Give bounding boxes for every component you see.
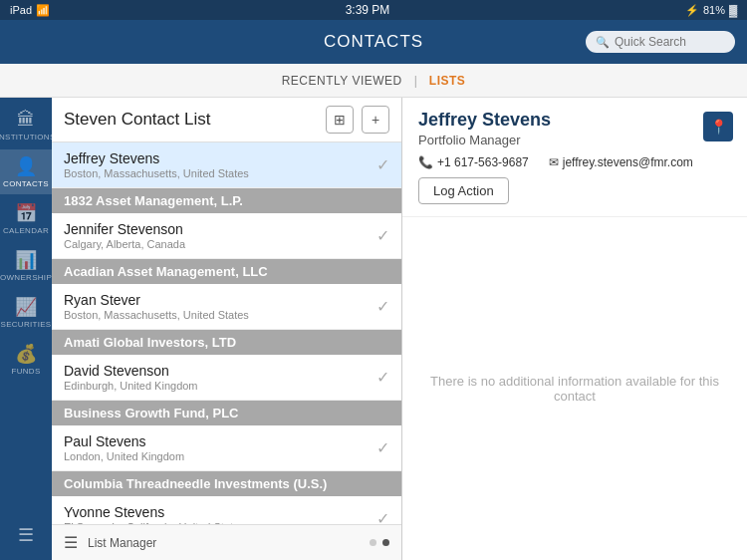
sub-header: RECENTLY VIEWED | LISTS [0,64,747,98]
contact-location: Boston, Massachusetts, United States [64,167,376,179]
check-icon: ✓ [376,509,389,524]
list-add-button[interactable]: + [362,106,389,134]
status-left: iPad 📶 [10,4,50,17]
contact-info: Ryan Stever Boston, Massachusetts, Unite… [64,292,376,321]
contact-item-paul-stevens[interactable]: Paul Stevens London, United Kingdom ✓ [52,425,401,471]
battery-label: 81% [703,4,725,16]
status-right: ⚡ 81% ▓ [685,4,737,17]
bluetooth-icon: ⚡ [685,4,699,17]
contact-location: Calgary, Alberta, Canada [64,238,376,250]
phone-number: +1 617-563-9687 [437,155,529,169]
check-icon: ✓ [376,368,389,387]
funds-icon: 💰 [15,343,37,365]
check-icon: ✓ [376,438,389,457]
contact-location: London, United Kingdom [64,450,376,462]
institutions-label: INSTITUTIONS [0,133,56,141]
contact-info: Yvonne Stevens El Segundo, California, U… [64,504,376,524]
sidebar-item-ownership[interactable]: 📊 OWNERSHIP [0,243,52,288]
check-icon: ✓ [376,155,389,174]
log-action-button[interactable]: Log Action [418,177,509,204]
phone-icon: 📞 [418,155,433,169]
status-time: 3:39 PM [346,3,390,17]
contact-item-david-stevenson[interactable]: David Stevenson Edinburgh, United Kingdo… [52,355,401,401]
contact-location: Edinburgh, United Kingdom [64,380,376,392]
add-icon: + [372,112,379,128]
pin-icon: 📍 [710,119,727,135]
sidebar-item-contacts[interactable]: 👤 CONTACTS [0,149,52,194]
contact-item-ryan-stever[interactable]: Ryan Stever Boston, Massachusetts, Unite… [52,284,401,330]
footer-dot-2 [382,539,389,546]
sub-header-divider: | [414,74,417,88]
contact-item-jeffrey-stevens[interactable]: Jeffrey Stevens Boston, Massachusetts, U… [52,142,401,188]
contacts-label: CONTACTS [3,179,49,188]
contact-info: David Stevenson Edinburgh, United Kingdo… [64,363,376,392]
detail-header: Jeffrey Stevens Portfolio Manager 📞 +1 6… [402,98,747,217]
footer-dots [370,539,389,546]
footer-menu-icon[interactable]: ☰ [64,533,78,552]
contact-location: Boston, Massachusetts, United States [64,309,376,321]
group-header-bgf: Business Growth Fund, PLC [52,401,401,425]
calendar-icon: 📅 [15,202,37,224]
detail-contact-name: Jeffrey Stevens [418,110,731,131]
contact-name: Yvonne Stevens [64,504,376,520]
lists-tab[interactable]: LISTS [429,74,466,88]
ownership-icon: 📊 [15,249,37,271]
contact-info: Paul Stevens London, United Kingdom [64,433,376,462]
check-icon: ✓ [376,226,389,245]
footer-dot-1 [370,539,376,546]
institutions-icon: 🏛 [17,110,35,131]
calendar-label: CALENDAR [3,226,49,235]
detail-body: There is no additional information avail… [402,217,747,560]
sidebar-item-funds[interactable]: 💰 FUNDS [0,337,52,382]
contact-item-yvonne-stevens[interactable]: Yvonne Stevens El Segundo, California, U… [52,496,401,524]
sidebar-item-calendar[interactable]: 📅 CALENDAR [0,196,52,241]
contact-info: Jeffrey Stevens Boston, Massachusetts, U… [64,150,376,179]
contact-name: Paul Stevens [64,433,376,449]
header: CONTACTS 🔍 [0,20,747,64]
recently-viewed-tab[interactable]: RECENTLY VIEWED [282,74,402,88]
list-actions: ⊞ + [326,106,389,134]
contact-item-jennifer-stevenson[interactable]: Jennifer Stevenson Calgary, Alberta, Can… [52,213,401,259]
contact-name: Jeffrey Stevens [64,150,376,166]
detail-panel: Jeffrey Stevens Portfolio Manager 📞 +1 6… [402,98,747,560]
group-header-amati: Amati Global Investors, LTD [52,330,401,355]
detail-contact-title: Portfolio Manager [418,133,731,147]
detail-contact-row: 📞 +1 617-563-9687 ✉ jeffrey.stevens@fmr.… [418,155,731,169]
page-title: CONTACTS [161,32,586,52]
pin-location-button[interactable]: 📍 [703,112,733,141]
menu-icon: ☰ [18,524,34,546]
search-icon: 🔍 [596,36,610,49]
list-footer: ☰ List Manager [52,524,401,560]
sidebar-nav: 🏛 INSTITUTIONS 👤 CONTACTS 📅 CALENDAR 📊 O… [0,98,52,560]
contact-name: Ryan Stever [64,292,376,308]
securities-icon: 📈 [15,296,37,318]
search-input[interactable] [615,35,725,49]
list-header: Steven Contact List ⊞ + [52,98,401,142]
sidebar-item-institutions[interactable]: 🏛 INSTITUTIONS [0,104,52,147]
search-box[interactable]: 🔍 [586,31,735,53]
email-address: jeffrey.stevens@fmr.com [563,155,693,169]
list-view-toggle-button[interactable]: ⊞ [326,106,354,134]
contacts-icon: 👤 [15,155,37,177]
contacts-scroll[interactable]: Jeffrey Stevens Boston, Massachusetts, U… [52,142,401,524]
check-icon: ✓ [376,297,389,316]
wifi-icon: 📶 [36,4,50,17]
group-header-acadian: Acadian Asset Management, LLC [52,259,401,284]
sidebar-item-menu[interactable]: ☰ [14,518,38,552]
group-header-1832: 1832 Asset Management, L.P. [52,188,401,213]
sidebar-bottom: ☰ [14,518,38,560]
group-header-columbia: Columbia Threadneedle Investments (U.S.) [52,471,401,496]
contact-info: Jennifer Stevenson Calgary, Alberta, Can… [64,221,376,250]
no-info-text: There is no additional information avail… [422,374,727,404]
status-bar: iPad 📶 3:39 PM ⚡ 81% ▓ [0,0,747,20]
contact-name: David Stevenson [64,363,376,379]
footer-label: List Manager [88,536,360,550]
funds-label: FUNDS [11,367,40,376]
ipad-label: iPad [10,4,32,16]
ownership-label: OWNERSHIP [0,273,52,282]
sidebar-item-securities[interactable]: 📈 SECURITIES [0,290,52,335]
battery-icon: ▓ [729,4,737,16]
contact-list-panel: Steven Contact List ⊞ + Jeffrey Stevens … [52,98,402,560]
detail-phone: 📞 +1 617-563-9687 [418,155,529,169]
main-layout: 🏛 INSTITUTIONS 👤 CONTACTS 📅 CALENDAR 📊 O… [0,98,747,560]
